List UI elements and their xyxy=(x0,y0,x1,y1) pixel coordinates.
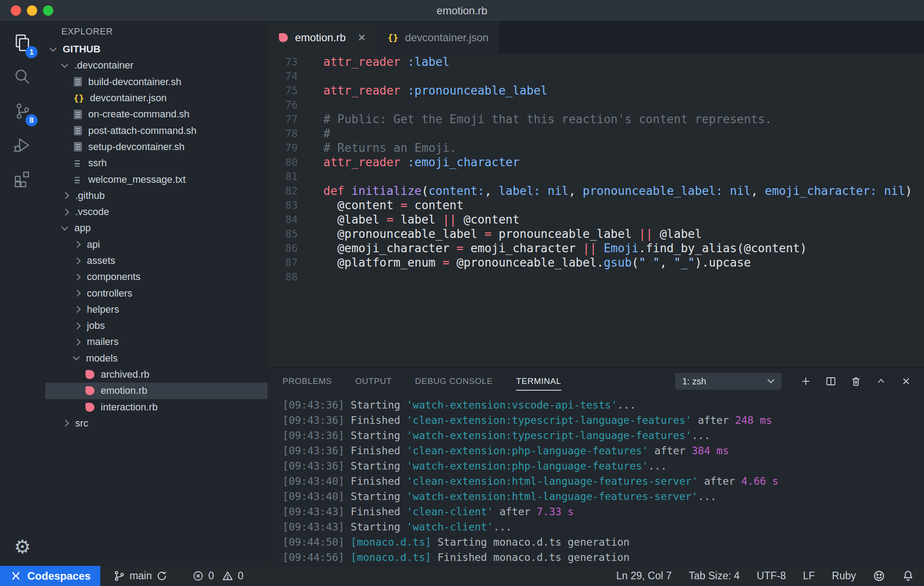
tree-item-label: build-devcontainer.sh xyxy=(88,76,181,88)
settings-gear-icon[interactable]: ⚙ xyxy=(0,534,45,559)
panel-tab-debug-console[interactable]: DEBUG CONSOLE xyxy=(415,368,493,395)
chevron-right-icon xyxy=(74,241,81,248)
panel-tabs: PROBLEMSOUTPUTDEBUG CONSOLETERMINAL xyxy=(282,368,585,395)
code-line-75: 75 attr_reader :pronounceable_label xyxy=(268,83,924,98)
tree-item-archived-rb[interactable]: archived.rb xyxy=(45,366,268,383)
tree-item-models[interactable]: models xyxy=(45,350,268,366)
chevron-down-icon xyxy=(767,379,774,383)
code-line-88: 88 xyxy=(268,270,924,284)
tree-item-vscode[interactable]: .vscode xyxy=(45,204,268,220)
git-branch-indicator[interactable]: main xyxy=(114,570,167,582)
code-line-84: 84 @label = label || @content xyxy=(268,212,924,227)
chevron-right-icon xyxy=(74,339,81,346)
tree-item-setup-devcontainer-sh[interactable]: setup-devcontainer.sh xyxy=(45,139,268,155)
terminal-line: [09:43:36] Starting 'watch-extension:typ… xyxy=(282,428,924,443)
split-terminal-icon[interactable] xyxy=(825,375,837,388)
sidebar-header: EXPLORER xyxy=(45,22,268,41)
problems-indicator[interactable]: 0 0 xyxy=(192,570,244,582)
ruby-file-icon xyxy=(86,386,94,395)
line-number: 88 xyxy=(268,270,298,284)
tree-item-label: api xyxy=(87,239,100,250)
line-number: 79 xyxy=(268,141,298,155)
run-debug-icon[interactable] xyxy=(6,128,38,162)
terminal-output[interactable]: [09:43:36] Starting 'watch-extension:vsc… xyxy=(268,395,924,565)
ruby-file-icon xyxy=(86,403,94,412)
tree-item-on-create-command-sh[interactable]: on-create-command.sh xyxy=(45,106,268,122)
maximize-panel-chevron-up-icon[interactable] xyxy=(875,375,887,388)
source-control-icon[interactable]: 8 xyxy=(6,94,38,128)
tree-item-label: GITHUB xyxy=(63,43,100,55)
tab-size[interactable]: Tab Size: 4 xyxy=(689,570,740,582)
explorer-icon[interactable]: 1 xyxy=(6,26,38,60)
explorer-badge: 1 xyxy=(26,46,38,58)
json-file-icon xyxy=(74,93,84,103)
tree-item-post-attach-command-sh[interactable]: post-attach-command.sh xyxy=(45,122,268,138)
close-panel-icon[interactable] xyxy=(900,375,912,388)
title-bar: emotion.rb xyxy=(0,0,924,22)
line-number: 74 xyxy=(268,69,298,83)
chevron-right-icon xyxy=(74,322,81,329)
tree-item-api[interactable]: api xyxy=(45,237,268,253)
line-number: 73 xyxy=(268,55,298,69)
extensions-icon[interactable] xyxy=(6,162,38,196)
tree-item-devcontainer-json[interactable]: devcontainer.json xyxy=(45,90,268,106)
tree-item-label: jobs xyxy=(87,320,105,332)
tree-item-mailers[interactable]: mailers xyxy=(45,334,268,350)
shell-file-icon xyxy=(74,110,82,119)
codespaces-remote-indicator[interactable]: Codespaces xyxy=(0,566,100,586)
panel-tab-problems[interactable]: PROBLEMS xyxy=(282,368,332,395)
feedback-smiley-icon[interactable] xyxy=(873,570,885,582)
encoding[interactable]: UTF-8 xyxy=(757,570,786,582)
code-line-80: 80 attr_reader :emoji_character xyxy=(268,155,924,169)
tree-item-jobs[interactable]: jobs xyxy=(45,318,268,334)
tree-item-build-devcontainer-sh[interactable]: build-devcontainer.sh xyxy=(45,74,268,90)
terminal-selector-dropdown[interactable]: 1: zsh xyxy=(675,373,782,390)
search-icon[interactable] xyxy=(6,60,38,94)
cursor-position[interactable]: Ln 29, Col 7 xyxy=(616,570,672,582)
tree-item-helpers[interactable]: helpers xyxy=(45,302,268,318)
terminal-line: [09:43:36] Finished 'clean-extension:php… xyxy=(282,443,924,458)
tree-item-assets[interactable]: assets xyxy=(45,253,268,269)
tree-item-github[interactable]: .github xyxy=(45,188,268,204)
tree-item-components[interactable]: components xyxy=(45,269,268,285)
terminal-line: [09:43:36] Starting 'watch-extension:php… xyxy=(282,458,924,474)
code-line-82: 82 def initialize(content:, label: nil, … xyxy=(268,184,924,198)
tree-item-interaction-rb[interactable]: interaction.rb xyxy=(45,399,268,415)
line-number: 87 xyxy=(268,255,298,270)
tree-item-label: ssrh xyxy=(88,157,107,169)
panel-tab-terminal[interactable]: TERMINAL xyxy=(516,368,561,395)
tree-item-app[interactable]: app xyxy=(45,220,268,236)
tree-item-label: components xyxy=(87,271,141,283)
code-editor[interactable]: 73 attr_reader :label7475 attr_reader :p… xyxy=(268,54,924,367)
language-mode[interactable]: Ruby xyxy=(832,570,856,582)
tree-item-label: archived.rb xyxy=(101,369,150,380)
tree-item-label: controllers xyxy=(87,288,132,299)
tree-item-controllers[interactable]: controllers xyxy=(45,285,268,301)
tree-item-devcontainer[interactable]: .devcontainer xyxy=(45,57,268,73)
notifications-bell-icon[interactable] xyxy=(902,570,914,582)
tree-item-ssrh[interactable]: ssrh xyxy=(45,155,268,171)
tree-item-label: helpers xyxy=(87,304,119,315)
line-number: 77 xyxy=(268,112,298,126)
line-number: 81 xyxy=(268,169,298,184)
kill-terminal-trash-icon[interactable] xyxy=(850,375,862,388)
tree-item-github[interactable]: GITHUB xyxy=(45,41,268,57)
eol-sequence[interactable]: LF xyxy=(803,570,815,582)
new-terminal-icon[interactable] xyxy=(800,375,812,388)
tab-devcontainer-json[interactable]: devcontainer.json xyxy=(377,22,500,54)
tree-item-welcome-message-txt[interactable]: welcome_message.txt xyxy=(45,171,268,187)
tab-bar: emotion.rb ✕ devcontainer.json xyxy=(268,22,924,54)
code-line-83: 83 @content = content xyxy=(268,198,924,212)
close-tab-icon[interactable]: ✕ xyxy=(357,32,366,44)
tree-item-emotion-rb[interactable]: emotion.rb xyxy=(45,383,268,399)
tree-item-label: interaction.rb xyxy=(101,401,158,413)
panel-tab-output[interactable]: OUTPUT xyxy=(355,368,392,395)
tree-item-label: .vscode xyxy=(75,206,109,218)
tab-emotion-rb[interactable]: emotion.rb ✕ xyxy=(268,22,377,54)
warnings-icon xyxy=(222,570,233,582)
terminal-line: [09:44:50] [monaco.d.ts] Starting monaco… xyxy=(282,534,924,550)
vscode-window: emotion.rb 1 8 ⚙ EXPLORE xyxy=(0,0,924,586)
terminal-line: [09:43:40] Starting 'watch-extension:htm… xyxy=(282,489,924,504)
line-number: 78 xyxy=(268,126,298,141)
tree-item-src[interactable]: src xyxy=(45,415,268,431)
